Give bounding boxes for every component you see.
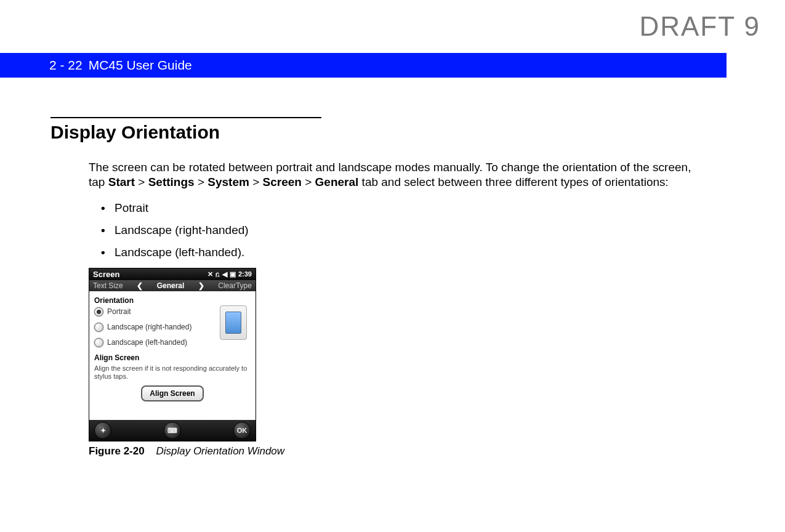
- align-button-wrap: Align Screen: [94, 385, 251, 401]
- device-bottombar: ✦ ⌨ OK: [89, 420, 256, 441]
- device-title: Screen: [93, 270, 119, 279]
- tab-general[interactable]: General: [157, 281, 185, 290]
- bullet-landscape-right: Landscape (right-handed): [101, 224, 703, 237]
- orientation-section-label: Orientation: [94, 296, 251, 305]
- path-start: Start: [108, 175, 135, 188]
- ok-button[interactable]: OK: [233, 422, 251, 439]
- chevron-right-icon[interactable]: ❯: [195, 281, 208, 290]
- figure-caption: Figure 2-20 Display Orientation Window: [89, 445, 703, 457]
- device-tabbar: Text Size ❮ General ❯ ClearType: [89, 280, 256, 291]
- section-heading: Display Orientation: [50, 122, 703, 143]
- radio-landscape-left[interactable]: [94, 338, 103, 347]
- device-body: Orientation Portrait Landscape (right-ha…: [89, 291, 256, 406]
- keyboard-icon[interactable]: ⌨: [164, 422, 181, 439]
- path-system: System: [207, 175, 249, 188]
- guide-title: MC45 User Guide: [89, 58, 192, 73]
- sep2: >: [195, 175, 208, 188]
- path-settings: Settings: [148, 175, 195, 188]
- sep4: >: [302, 175, 315, 188]
- radio-landscape-right[interactable]: [94, 323, 103, 332]
- radio-portrait-label: Portrait: [107, 307, 131, 316]
- device-titlebar: Screen ✕ ⎌ ◀ ▣ 2:39: [89, 268, 256, 280]
- watermark-text: DRAFT 9: [639, 11, 760, 42]
- connection-icon: ⎌: [215, 271, 220, 278]
- device-screenshot: Screen ✕ ⎌ ◀ ▣ 2:39 Text Size ❮ General …: [89, 268, 256, 441]
- radio-landscape-right-label: Landscape (right-handed): [107, 323, 191, 331]
- path-general: General: [315, 175, 359, 188]
- sep3: >: [249, 175, 263, 188]
- bullet-portrait: Potrait: [101, 201, 703, 215]
- page-content: Display Orientation The screen can be ro…: [50, 117, 703, 457]
- figure-label: Figure 2-20: [89, 445, 145, 457]
- align-description: Align the screen if it is not responding…: [94, 365, 251, 381]
- battery-icon: ▣: [230, 271, 236, 278]
- intro-paragraph: The screen can be rotated between portra…: [50, 160, 703, 190]
- status-icons: ✕ ⎌ ◀ ▣ 2:39: [207, 271, 252, 278]
- tab-cleartype[interactable]: ClearType: [218, 281, 252, 290]
- orientation-list: Potrait Landscape (right-handed) Landsca…: [50, 201, 703, 259]
- figure-title: Display Orientation Window: [156, 445, 284, 457]
- sep1: >: [135, 175, 148, 188]
- intro-after: tab and select between three different t…: [358, 175, 668, 188]
- align-screen-button[interactable]: Align Screen: [141, 385, 203, 401]
- path-screen: Screen: [263, 175, 302, 188]
- signal-icon: ✕: [207, 271, 213, 278]
- radio-portrait[interactable]: [94, 307, 103, 316]
- volume-icon: ◀: [222, 271, 227, 278]
- chevron-left-icon[interactable]: ❮: [133, 281, 147, 290]
- start-icon[interactable]: ✦: [94, 422, 111, 439]
- clock-text: 2:39: [238, 271, 252, 278]
- radio-landscape-left-label: Landscape (left-handed): [107, 338, 187, 347]
- tab-text-size[interactable]: Text Size: [93, 281, 123, 290]
- align-section-label: Align Screen: [94, 353, 251, 362]
- section-rule: [50, 117, 321, 118]
- bullet-landscape-left: Landscape (left-handed).: [101, 246, 703, 259]
- orientation-preview-icon: [220, 305, 247, 340]
- figure-wrap: Screen ✕ ⎌ ◀ ▣ 2:39 Text Size ❮ General …: [89, 268, 703, 457]
- page-number: 2 - 22: [49, 58, 83, 73]
- page-header-bar: 2 - 22 MC45 User Guide: [0, 53, 727, 78]
